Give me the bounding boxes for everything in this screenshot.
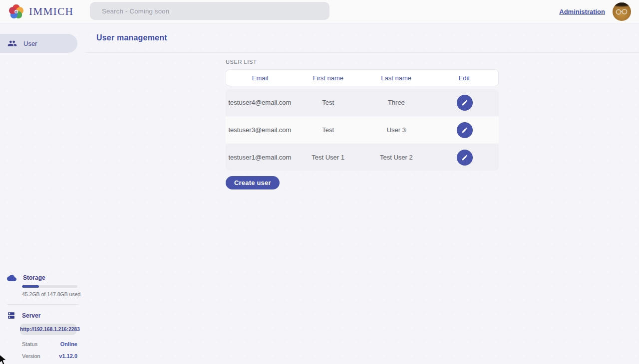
brand[interactable]: IMMICH xyxy=(8,3,74,20)
storage-progress-bar xyxy=(22,285,77,288)
cell-first-name: Test User 1 xyxy=(294,154,362,161)
top-bar: IMMICH Search - Coming soon Administrati… xyxy=(0,0,639,23)
sidebar-footer: Storage 45.2GB of 147.8GB used Server ht… xyxy=(0,274,85,359)
storage-section-header: Storage xyxy=(7,274,78,281)
main-panel: User management USER LIST Email First na… xyxy=(85,23,639,364)
column-header-email: Email xyxy=(226,74,294,82)
table-row: testuser1@email.com Test User 1 Test Use… xyxy=(226,144,499,171)
version-value: v1.12.0 xyxy=(59,353,77,359)
cell-first-name: Test xyxy=(294,99,362,106)
immich-logo-icon xyxy=(8,3,24,20)
cell-last-name: Three xyxy=(362,99,431,106)
cell-last-name: User 3 xyxy=(362,126,431,134)
glasses-icon xyxy=(615,8,629,15)
status-label: Status xyxy=(22,341,37,347)
sidebar-divider xyxy=(7,304,78,305)
search-placeholder: Search - Coming soon xyxy=(102,7,169,15)
server-title: Server xyxy=(22,312,40,319)
search-input[interactable]: Search - Coming soon xyxy=(90,2,329,20)
column-header-first-name: First name xyxy=(294,74,362,82)
user-avatar[interactable] xyxy=(613,2,631,21)
pencil-icon xyxy=(461,154,468,161)
storage-title: Storage xyxy=(23,274,45,281)
table-row: testuser3@email.com Test User 3 xyxy=(226,117,499,143)
server-status-row: Status Online xyxy=(22,341,77,347)
table-row: testuser4@email.com Test Three xyxy=(226,89,499,116)
page-title: User management xyxy=(96,33,167,42)
server-icon xyxy=(7,311,15,320)
cloud-icon xyxy=(7,275,16,281)
create-user-button[interactable]: Create user xyxy=(226,176,280,189)
section-label: USER LIST xyxy=(226,59,639,65)
administration-link[interactable]: Administration xyxy=(559,8,605,15)
version-label: Version xyxy=(22,353,40,359)
cell-email: testuser4@email.com xyxy=(226,99,294,106)
user-list-section: USER LIST Email First name Last name Edi… xyxy=(85,53,639,189)
storage-usage-text: 45.2GB of 147.8GB used xyxy=(22,291,77,297)
sidebar: User Storage 45.2GB of 147.8GB used Serv… xyxy=(0,23,85,364)
sidebar-item-label: User xyxy=(23,40,37,47)
users-icon xyxy=(7,40,17,47)
brand-name: IMMICH xyxy=(29,5,74,18)
server-details: http://192.168.1.216:2283 Status Online … xyxy=(22,324,77,359)
cell-email: testuser3@email.com xyxy=(226,126,294,134)
cell-last-name: Test User 2 xyxy=(362,154,431,161)
edit-user-button[interactable] xyxy=(457,122,473,138)
edit-user-button[interactable] xyxy=(457,95,473,111)
table-body: testuser4@email.com Test Three testuser3… xyxy=(226,89,499,171)
table-header-row: Email First name Last name Edit xyxy=(226,69,499,86)
user-table: Email First name Last name Edit testuser… xyxy=(226,69,499,171)
server-url-chip: http://192.168.1.216:2283 xyxy=(20,324,76,335)
storage-progress-fill xyxy=(22,285,39,288)
server-section-header: Server xyxy=(7,311,78,320)
cell-first-name: Test xyxy=(294,126,362,134)
pencil-icon xyxy=(461,99,468,106)
sidebar-item-user[interactable]: User xyxy=(0,34,77,53)
top-bar-right: Administration xyxy=(559,2,631,21)
storage-details: 45.2GB of 147.8GB used xyxy=(22,285,77,297)
column-header-edit: Edit xyxy=(430,74,498,82)
pencil-icon xyxy=(461,127,468,134)
server-version-row: Version v1.12.0 xyxy=(22,353,77,359)
edit-user-button[interactable] xyxy=(457,150,473,166)
column-header-last-name: Last name xyxy=(362,74,430,82)
page-header: User management xyxy=(85,23,639,53)
status-value: Online xyxy=(60,341,77,347)
immich-admin-page: { "header": { "brand": "IMMICH", "search… xyxy=(0,0,639,364)
cell-email: testuser1@email.com xyxy=(226,154,294,161)
